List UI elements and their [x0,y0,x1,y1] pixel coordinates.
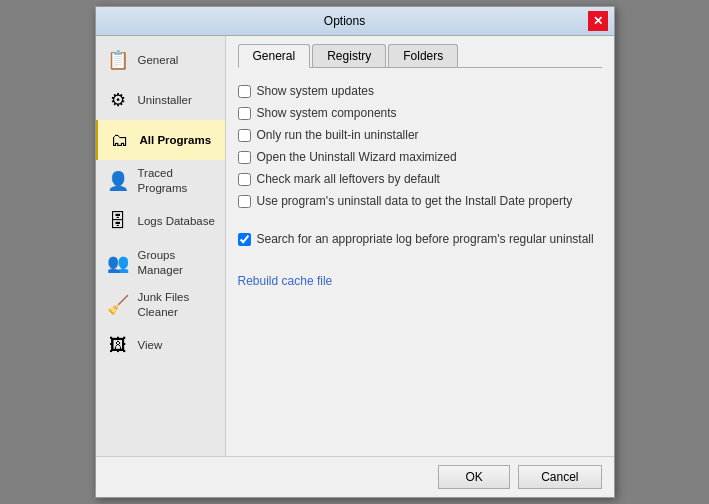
option-label-6: Use program's uninstall data to get the … [257,194,573,208]
checkbox-show-updates[interactable] [238,85,251,98]
dialog-title: Options [102,14,588,28]
checkbox-show-components[interactable] [238,107,251,120]
checkbox-wizard-maximized[interactable] [238,151,251,164]
general-label: General [138,53,179,68]
junk-files-label: Junk Files Cleaner [138,290,217,320]
sidebar-item-groups-manager[interactable]: 👥Groups Manager [96,242,225,284]
cancel-button[interactable]: Cancel [518,465,601,489]
option-label-7: Search for an appropriate log before pro… [257,232,594,246]
sidebar-item-traced-programs[interactable]: 👤Traced Programs [96,160,225,202]
option-label-4: Open the Uninstall Wizard maximized [257,150,457,164]
option-row-2: Show system components [238,106,602,120]
tab-general[interactable]: General [238,44,311,68]
option-row-4: Open the Uninstall Wizard maximized [238,150,602,164]
logs-database-label: Logs Database [138,214,215,229]
tab-folders[interactable]: Folders [388,44,458,67]
tab-registry[interactable]: Registry [312,44,386,67]
option-label-1: Show system updates [257,84,374,98]
junk-files-icon: 🧹 [104,291,132,319]
groups-manager-icon: 👥 [104,249,132,277]
options-dialog: Options ✕ 📋General⚙Uninstaller🗂All Progr… [95,6,615,498]
options-list: Show system updates Show system componen… [238,80,602,250]
main-panel: General Registry Folders Show system upd… [226,36,614,456]
dialog-content: 📋General⚙Uninstaller🗂All Programs👤Traced… [96,36,614,456]
sidebar-item-view[interactable]: 🖼View [96,326,225,366]
sidebar: 📋General⚙Uninstaller🗂All Programs👤Traced… [96,36,226,456]
uninstaller-label: Uninstaller [138,93,192,108]
option-label-5: Check mark all leftovers by default [257,172,440,186]
traced-programs-label: Traced Programs [138,166,217,196]
sidebar-item-all-programs[interactable]: 🗂All Programs [96,120,225,160]
option-row-3: Only run the built-in uninstaller [238,128,602,142]
rebuild-cache-link[interactable]: Rebuild cache file [238,274,333,288]
close-button[interactable]: ✕ [588,11,608,31]
logs-database-icon: 🗄 [104,208,132,236]
option-label-3: Only run the built-in uninstaller [257,128,419,142]
tab-bar: General Registry Folders [238,44,602,68]
option-row-1: Show system updates [238,84,602,98]
all-programs-icon: 🗂 [106,126,134,154]
checkbox-check-leftovers[interactable] [238,173,251,186]
uninstaller-icon: ⚙ [104,86,132,114]
checkbox-builtin-uninstaller[interactable] [238,129,251,142]
option-row-5: Check mark all leftovers by default [238,172,602,186]
traced-programs-icon: 👤 [104,167,132,195]
option-label-2: Show system components [257,106,397,120]
sidebar-item-logs-database[interactable]: 🗄Logs Database [96,202,225,242]
view-icon: 🖼 [104,332,132,360]
all-programs-label: All Programs [140,133,212,148]
groups-manager-label: Groups Manager [138,248,217,278]
sidebar-item-general[interactable]: 📋General [96,40,225,80]
general-icon: 📋 [104,46,132,74]
view-label: View [138,338,163,353]
option-row-7: Search for an appropriate log before pro… [238,232,602,246]
ok-button[interactable]: OK [438,465,510,489]
checkbox-install-date[interactable] [238,195,251,208]
sidebar-item-junk-files[interactable]: 🧹Junk Files Cleaner [96,284,225,326]
option-row-6: Use program's uninstall data to get the … [238,194,602,208]
footer: OK Cancel [96,456,614,497]
title-bar: Options ✕ [96,7,614,36]
checkbox-search-log[interactable] [238,233,251,246]
sidebar-item-uninstaller[interactable]: ⚙Uninstaller [96,80,225,120]
